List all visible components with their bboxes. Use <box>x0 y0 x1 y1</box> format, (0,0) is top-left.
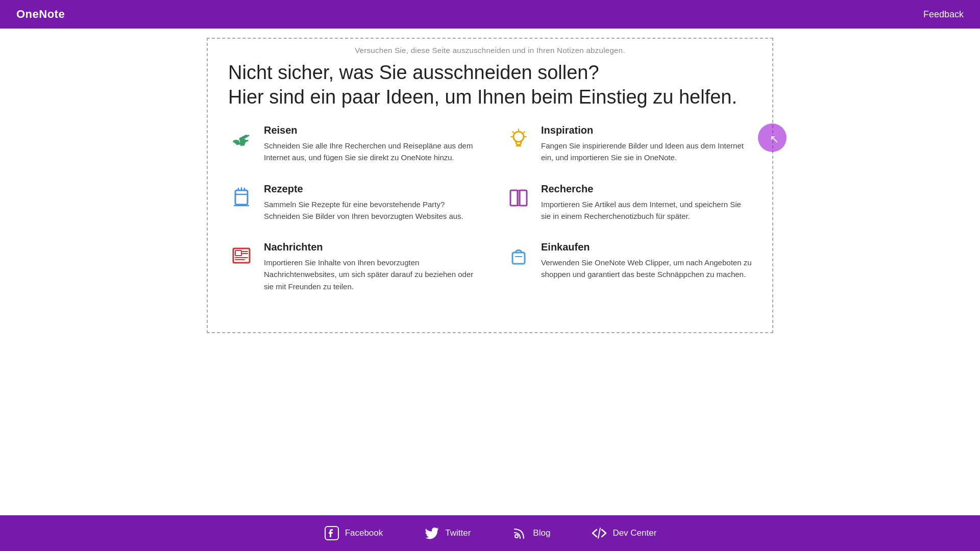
facebook-icon <box>324 525 340 541</box>
plane-icon <box>228 126 255 152</box>
cursor-indicator: ↖ <box>758 123 787 152</box>
book-icon <box>505 184 532 211</box>
svg-line-26 <box>598 528 600 538</box>
category-item-nachrichten: NachrichtenImportieren Sie Inhalte von I… <box>228 241 475 292</box>
feedback-button[interactable]: Feedback <box>923 9 964 20</box>
category-item-reisen: ReisenSchneiden Sie alle Ihre Recherchen… <box>228 124 475 164</box>
content-box: ↖ Versuchen Sie, diese Seite auszuschnei… <box>207 38 773 333</box>
cursor-arrow: ↖ <box>770 133 779 146</box>
category-title-reisen: Reisen <box>264 124 475 136</box>
category-title-rezepte: Rezepte <box>264 183 475 195</box>
category-desc-nachrichten: Importieren Sie Inhalte von Ihren bevorz… <box>264 257 475 292</box>
category-desc-reisen: Schneiden Sie alle Ihre Recherchen und R… <box>264 140 475 164</box>
category-desc-rezepte: Sammeln Sie Rezepte für eine bevorstehen… <box>264 198 475 222</box>
svg-line-4 <box>512 132 513 133</box>
footer-link-label-facebook: Facebook <box>345 528 383 538</box>
bag-icon <box>505 242 532 269</box>
category-item-recherche: RechercheImportieren Sie Artikel aus dem… <box>505 183 752 222</box>
brand-logo: OneNote <box>16 8 65 21</box>
category-desc-recherche: Importieren Sie Artikel aus dem Internet… <box>541 198 752 222</box>
footer: Facebook Twitter Blog Dev Center <box>0 515 980 551</box>
footer-link-label-twitter: Twitter <box>445 528 471 538</box>
cup-icon <box>228 184 255 211</box>
dev-icon <box>591 525 607 541</box>
svg-rect-22 <box>512 253 525 264</box>
main-heading: Nicht sicher, was Sie ausschneiden solle… <box>228 61 752 109</box>
category-item-einkaufen: EinkaufenVerwenden Sie OneNote Web Clipp… <box>505 241 752 292</box>
svg-point-25 <box>515 535 518 538</box>
svg-point-0 <box>513 132 524 142</box>
footer-link-label-blog: Blog <box>533 528 550 538</box>
topbar: OneNote Feedback <box>0 0 980 29</box>
main-content: ↖ Versuchen Sie, diese Seite auszuschnei… <box>0 29 980 333</box>
categories-grid: ReisenSchneiden Sie alle Ihre Recherchen… <box>228 124 752 312</box>
svg-rect-7 <box>235 190 248 205</box>
category-item-rezepte: RezepteSammeln Sie Rezepte für eine bevo… <box>228 183 475 222</box>
category-title-nachrichten: Nachrichten <box>264 241 475 253</box>
category-item-inspiration: InspirationFangen Sie inspirierende Bild… <box>505 124 752 164</box>
category-desc-inspiration: Fangen Sie inspirierende Bilder und Idee… <box>541 140 752 164</box>
svg-line-3 <box>524 132 525 133</box>
footer-link-label-dev: Dev Center <box>612 528 656 538</box>
svg-rect-17 <box>235 251 241 256</box>
category-title-inspiration: Inspiration <box>541 124 752 136</box>
footer-link-twitter[interactable]: Twitter <box>424 525 471 541</box>
footer-link-blog[interactable]: Blog <box>511 525 550 541</box>
twitter-icon <box>424 525 440 541</box>
category-title-einkaufen: Einkaufen <box>541 241 752 253</box>
category-title-recherche: Recherche <box>541 183 752 195</box>
lightbulb-icon <box>505 126 532 152</box>
blog-icon <box>511 525 528 541</box>
news-icon <box>228 242 255 269</box>
footer-link-dev[interactable]: Dev Center <box>591 525 656 541</box>
footer-link-facebook[interactable]: Facebook <box>324 525 383 541</box>
svg-rect-10 <box>510 190 518 206</box>
scissor-hint: Versuchen Sie, diese Seite auszuschneide… <box>228 39 752 59</box>
category-desc-einkaufen: Verwenden Sie OneNote Web Clipper, um na… <box>541 257 752 281</box>
svg-rect-11 <box>520 190 527 206</box>
